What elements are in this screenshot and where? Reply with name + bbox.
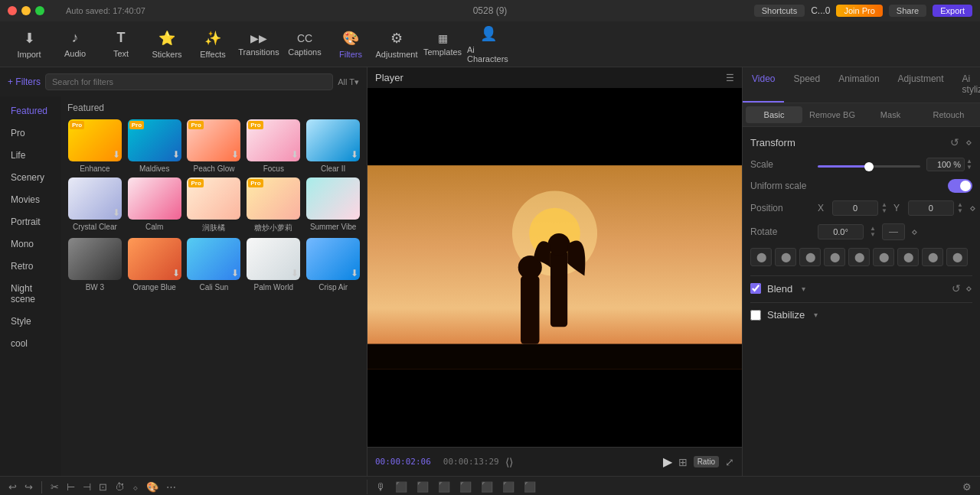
blend-settings-icon[interactable]: ▾ <box>802 285 805 293</box>
more-tl-btn[interactable]: ⋯ <box>164 480 178 494</box>
tab-video[interactable]: Video <box>743 67 784 103</box>
filter-item-runfu[interactable]: Pro 润肤橘 <box>187 177 242 233</box>
filter-cat-mono[interactable]: Mono <box>3 233 58 255</box>
toolbar-item-templates[interactable]: ▦ Templates <box>421 24 464 64</box>
filter-cat-portrait[interactable]: Portrait <box>3 211 58 233</box>
mic-btn[interactable]: 🎙 <box>374 480 388 494</box>
sub-tab-retouch[interactable]: Retouch <box>920 106 977 123</box>
align-center-h-btn[interactable]: ⬤ <box>775 248 796 266</box>
undo-btn[interactable]: ↩ <box>6 480 19 494</box>
expand-icon[interactable]: ⤢ <box>725 456 734 468</box>
filter-item-peach-glow[interactable]: Pro ⬇ Peach Glow <box>187 119 242 173</box>
align-left-btn[interactable]: ⬤ <box>750 248 772 266</box>
share-button[interactable]: Share <box>889 5 926 17</box>
filter-item-clear2[interactable]: ⬇ Clear II <box>305 119 361 173</box>
filter-cat-cool[interactable]: cool <box>3 333 58 354</box>
uniform-scale-toggle[interactable] <box>948 179 972 193</box>
filter-item-palm-world[interactable]: ⬇ Palm World <box>246 238 301 291</box>
filter-cat-retro[interactable]: Retro <box>3 256 58 277</box>
close-button[interactable] <box>8 6 17 15</box>
toolbar-item-transitions[interactable]: ▶▶ Transitions <box>237 24 280 64</box>
ratio-badge[interactable]: Ratio <box>694 456 719 467</box>
align-more-btn[interactable]: ⬤ <box>946 248 968 266</box>
align-right-btn[interactable]: ⬤ <box>799 248 821 266</box>
add-sticker-tl-btn[interactable]: ⬛ <box>457 480 474 494</box>
settings-tl-btn[interactable]: ⚙ <box>960 480 974 494</box>
toolbar-item-captions[interactable]: CC Captions <box>283 24 326 64</box>
blend-expand-icon[interactable]: ⋄ <box>965 282 972 295</box>
filter-item-bw3[interactable]: BW 3 <box>67 238 122 291</box>
filter-item-maldives[interactable]: Pro ⬇ Maldives <box>127 119 182 173</box>
fullscreen-icon[interactable]: ⊞ <box>678 456 688 468</box>
filter-cat-featured[interactable]: Featured <box>3 100 58 122</box>
position-reset-icon[interactable]: ⋄ <box>969 202 976 214</box>
align-bottom-btn[interactable]: ⬤ <box>873 248 894 266</box>
sub-tab-mask[interactable]: Mask <box>862 106 919 123</box>
stabilize-settings-icon[interactable]: ▾ <box>814 311 818 319</box>
filter-cat-night-scene[interactable]: Night scene <box>3 278 58 310</box>
align-distribute-h-btn[interactable]: ⬤ <box>897 248 919 266</box>
filter-item-cali-sun[interactable]: ⬇ Cali Sun <box>187 238 242 291</box>
filter-item-calm[interactable]: Calm <box>127 177 182 233</box>
x-down-btn[interactable]: ▼ <box>881 208 887 214</box>
filter-cat-style[interactable]: Style <box>3 311 58 332</box>
sub-tab-remove-bg[interactable]: Remove BG <box>804 106 861 123</box>
color-tl-btn[interactable]: 🎨 <box>144 480 161 494</box>
shortcuts-button[interactable]: Shortcuts <box>754 5 805 17</box>
rotate-down-btn[interactable]: ▼ <box>870 232 876 238</box>
filter-item-summer-vibe[interactable]: Summer Vibe <box>305 177 361 233</box>
y-down-btn[interactable]: ▼ <box>957 208 963 214</box>
redo-btn[interactable]: ↪ <box>22 480 35 494</box>
toolbar-item-stickers[interactable]: ⭐ Stickers <box>145 24 188 64</box>
filter-item-crystal-clear[interactable]: ⬇ Crystal Clear <box>67 177 122 233</box>
rotate-reset-icon[interactable]: ⋄ <box>911 226 918 238</box>
scale-down-btn[interactable]: ▼ <box>966 164 972 171</box>
transform-expand-icon[interactable]: ⋄ <box>965 136 972 148</box>
maximize-button[interactable] <box>35 6 44 15</box>
add-effect-tl-btn[interactable]: ⬛ <box>521 480 538 494</box>
trim-right-btn[interactable]: ⊣ <box>80 480 93 494</box>
split-btn[interactable]: ✂ <box>48 480 61 494</box>
filter-cat-life[interactable]: Life <box>3 145 58 166</box>
stabilize-checkbox[interactable] <box>750 310 761 321</box>
filter-cat-pro[interactable]: Pro <box>3 122 58 144</box>
scale-slider[interactable] <box>818 165 920 168</box>
add-filter-tl-btn[interactable]: ⬛ <box>500 480 517 494</box>
add-text-tl-btn[interactable]: ⬛ <box>436 480 452 494</box>
tab-ai-stylize[interactable]: Ai stylize <box>953 67 980 103</box>
tab-adjustment[interactable]: Adjustment <box>889 67 953 103</box>
add-caption-tl-btn[interactable]: ⬛ <box>479 480 495 494</box>
add-video-btn[interactable]: ⬛ <box>393 480 410 494</box>
tab-animation[interactable]: Animation <box>829 67 888 103</box>
toolbar-item-text[interactable]: T Text <box>100 24 142 64</box>
flip-horizontal-btn[interactable]: — <box>882 223 905 240</box>
transform-reset-icon[interactable]: ↺ <box>950 136 959 148</box>
minimize-button[interactable] <box>21 6 31 15</box>
toolbar-item-import[interactable]: ⬇ Import <box>8 24 51 64</box>
toolbar-item-adjustment[interactable]: ⚙ Adjustment <box>375 24 418 64</box>
rotate-input[interactable] <box>818 224 864 239</box>
align-distribute-v-btn[interactable]: ⬤ <box>922 248 943 266</box>
filter-item-crisp-air[interactable]: ⬇ Crisp Air <box>305 238 361 291</box>
blend-reset-icon[interactable]: ↺ <box>952 282 961 295</box>
play-button[interactable]: ▶ <box>663 454 672 469</box>
trim-icon[interactable]: ⟨⟩ <box>505 456 513 468</box>
align-top-btn[interactable]: ⬤ <box>824 248 845 266</box>
scale-input[interactable] <box>926 158 965 171</box>
export-button[interactable]: Export <box>933 5 972 17</box>
toolbar-item-effects[interactable]: ✨ Effects <box>191 24 234 64</box>
filter-cat-movies[interactable]: Movies <box>3 189 58 210</box>
trim-left-btn[interactable]: ⊢ <box>64 480 77 494</box>
toolbar-item-filters[interactable]: 🎨 Filters <box>329 24 372 64</box>
align-center-v-btn[interactable]: ⬤ <box>848 248 870 266</box>
sub-tab-basic[interactable]: Basic <box>746 106 802 123</box>
all-filters-button[interactable]: All T▾ <box>338 77 359 87</box>
add-audio-btn[interactable]: ⬛ <box>414 480 431 494</box>
toolbar-item-ai-characters[interactable]: 👤 Ai Characters <box>467 24 510 64</box>
filter-item-enhance[interactable]: Pro ⬇ Enhance <box>67 119 122 173</box>
filter-item-focus[interactable]: Pro ⬇ Focus <box>246 119 301 173</box>
filter-cat-scenery[interactable]: Scenery <box>3 167 58 188</box>
filter-item-orange-blue[interactable]: ⬇ Orange Blue <box>127 238 182 291</box>
x-input[interactable] <box>832 200 878 216</box>
tab-speed[interactable]: Speed <box>784 67 829 103</box>
